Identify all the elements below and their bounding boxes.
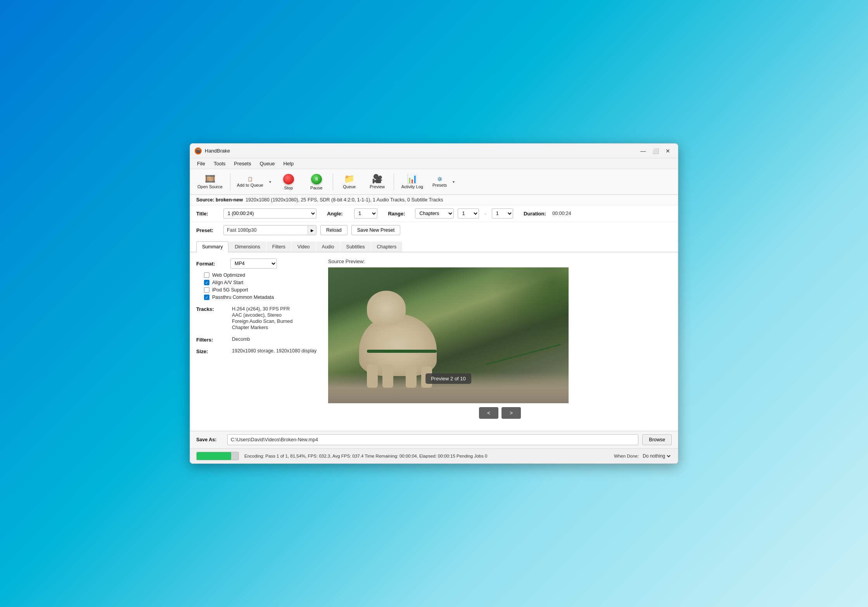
presets-group: ⚙️ Presets ▾ [429,172,457,193]
menu-file[interactable]: File [193,160,209,168]
preview-controls: < > [328,407,672,419]
source-label: Source: [196,197,214,203]
stop-icon [283,174,294,184]
queue-button[interactable]: 📁 Queue [336,172,363,193]
when-done-select[interactable]: Do nothing [641,453,672,459]
activity-log-button[interactable]: 📊 Activity Log [397,172,427,193]
align-av-checkbox[interactable] [204,280,209,285]
web-optimized-checkbox[interactable] [204,272,209,278]
window-controls: — ⬜ ✕ [638,146,673,156]
ipod-label: iPod 5G Support [212,287,248,293]
add-to-queue-arrow[interactable]: ▾ [267,172,274,193]
add-to-queue-button[interactable]: 📋 Add to Queue [233,172,267,193]
app-icon: 🎬 [195,147,202,154]
toolbar: 🎞️ Open Source 📋 Add to Queue ▾ Stop ⏸ P… [190,169,678,195]
filters-row: Filters: Decomb [196,336,320,343]
track-3: Chapter Markers [232,325,292,330]
preset-arrow-button[interactable]: ▶ [308,225,316,235]
foliage-overlay [491,267,569,345]
open-source-button[interactable]: 🎞️ Open Source [193,172,227,193]
align-av-label: Align A/V Start [212,280,244,285]
save-bar: Save As: Browse [190,431,678,448]
title-row: Title: 1 (00:00:24) Angle: 1 Range: Chap… [190,205,678,222]
save-as-label: Save As: [196,437,223,442]
dog-leg-3 [406,366,417,388]
filters-section: Filters: Decomb [196,336,320,343]
pause-icon: ⏸ [311,174,322,184]
preview-prev-button[interactable]: < [479,407,498,419]
pause-button[interactable]: ⏸ Pause [303,172,330,193]
tab-summary[interactable]: Summary [196,241,228,252]
range-start-select[interactable]: 1 [458,208,479,219]
title-select[interactable]: 1 (00:00:24) [223,208,316,219]
menu-tools[interactable]: Tools [210,160,229,168]
presets-button[interactable]: ⚙️ Presets [429,172,450,193]
dog-head [367,291,406,326]
dog-leg-2 [382,364,393,388]
range-label: Range: [388,211,411,217]
range-end-select[interactable]: 1 [492,208,513,219]
maximize-button[interactable]: ⬜ [650,146,661,156]
save-path-input[interactable] [227,434,638,445]
tracks-section: Tracks: H.264 (x264), 30 FPS PFR AAC (av… [196,306,320,331]
dog-leg-1 [367,364,378,388]
title-bar: 🎬 HandBrake — ⬜ ✕ [190,144,678,158]
activity-log-icon: 📊 [407,175,417,183]
app-window: 🎬 HandBrake — ⬜ ✕ File Tools Presets Que… [190,143,678,464]
preview-title: Source Preview: [328,258,672,264]
title-label: Title: [196,211,220,217]
close-button[interactable]: ✕ [662,146,673,156]
when-done-label: When Done: [614,454,639,458]
track-2: Foreign Audio Scan, Burned [232,319,292,324]
tracks-label: Tracks: [196,306,227,312]
range-type-select[interactable]: Chapters [415,208,454,219]
harness [367,350,437,353]
track-1: AAC (avcodec), Stereo [232,312,292,318]
preset-row: Preset: Fast 1080p30 ▶ Reload Save New P… [190,222,678,238]
tracks-row: Tracks: H.264 (x264), 30 FPS PFR AAC (av… [196,306,320,331]
tab-subtitles[interactable]: Subtitles [341,241,371,252]
summary-panel: Format: MP4 Web Optimized Align A/V Star… [196,258,320,425]
size-row: Size: 1920x1080 storage, 1920x1080 displ… [196,348,320,354]
format-select[interactable]: MP4 [230,258,277,269]
progress-bar-area: Encoding: Pass 1 of 1, 81.54%, FPS: 032.… [190,448,678,463]
preview-container: Preview 2 of 10 < > [328,267,672,419]
menu-presets[interactable]: Presets [230,160,255,168]
size-label: Size: [196,349,227,354]
checkbox-align-av: Align A/V Start [204,280,320,285]
minimize-button[interactable]: — [638,146,648,156]
source-name: broken-new [216,197,243,203]
toolbar-sep-2 [333,173,333,191]
filters-value: Decomb [232,336,250,342]
tab-chapters[interactable]: Chapters [371,241,403,252]
queue-icon: 📁 [344,175,354,183]
tab-dimensions[interactable]: Dimensions [229,241,266,252]
passthru-checkbox[interactable] [204,295,209,300]
when-done-area: When Done: Do nothing [614,453,672,459]
checkbox-web-optimized: Web Optimized [204,272,320,278]
duration-label: Duration: [524,211,547,217]
progress-fill [197,452,231,460]
format-row: Format: MP4 [196,258,320,269]
tab-audio[interactable]: Audio [316,241,340,252]
preview-next-button[interactable]: > [501,407,521,419]
duration-value: 00:00:24 [552,211,571,216]
save-new-preset-button[interactable]: Save New Preset [351,225,401,235]
checkbox-passthru: Passthru Common Metadata [204,295,320,300]
stop-button[interactable]: Stop [275,172,302,193]
angle-select[interactable]: 1 [354,208,377,219]
menu-help[interactable]: Help [279,160,297,168]
preview-button[interactable]: 🎥 Preview [364,172,391,193]
ipod-checkbox[interactable] [204,287,209,293]
presets-arrow[interactable]: ▾ [450,172,457,193]
reload-button[interactable]: Reload [320,225,348,235]
checkbox-ipod: iPod 5G Support [204,287,320,293]
size-value: 1920x1080 storage, 1920x1080 display [232,348,316,354]
browse-button[interactable]: Browse [642,434,672,445]
toolbar-sep-3 [394,173,394,191]
tab-video[interactable]: Video [292,241,316,252]
main-panel: Format: MP4 Web Optimized Align A/V Star… [190,252,678,431]
tab-filters[interactable]: Filters [266,241,291,252]
menu-queue[interactable]: Queue [256,160,278,168]
track-0: H.264 (x264), 30 FPS PFR [232,306,292,312]
